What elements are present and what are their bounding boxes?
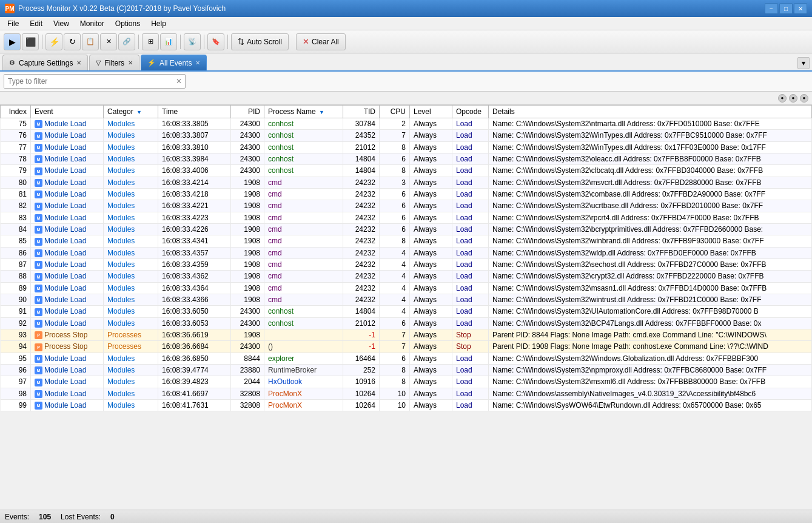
tab-allevents-close[interactable]: ✕ bbox=[195, 59, 200, 66]
tab-filters[interactable]: ▽ Filters ✕ bbox=[89, 55, 139, 70]
table-row[interactable]: 77 MModule Load Modules 16:08:33.3810 24… bbox=[1, 141, 812, 153]
cell-cpu: 6 bbox=[380, 188, 410, 200]
table-row[interactable]: 94 PProcess Stop Processes 16:08:36.6684… bbox=[1, 341, 812, 353]
table-row[interactable]: 81 MModule Load Modules 16:08:33.4218 19… bbox=[1, 188, 812, 200]
close-button[interactable]: ✕ bbox=[794, 3, 807, 14]
cell-process: explorer bbox=[264, 353, 343, 364]
cell-cpu: 6 bbox=[380, 153, 410, 164]
col-header-process[interactable]: Process Name ▼ bbox=[264, 106, 343, 118]
table-row[interactable]: 97 MModule Load Modules 16:08:39.4823 20… bbox=[1, 376, 812, 388]
table-row[interactable]: 82 MModule Load Modules 16:08:33.4221 19… bbox=[1, 200, 812, 212]
stop-button[interactable]: ⬛ bbox=[22, 33, 39, 50]
table-row[interactable]: 98 MModule Load Modules 16:08:41.6697 32… bbox=[1, 388, 812, 399]
table-row[interactable]: 96 MModule Load Modules 16:08:39.4774 23… bbox=[1, 364, 812, 376]
tab-dropdown-button[interactable]: ▾ bbox=[797, 57, 810, 69]
table-row[interactable]: 88 MModule Load Modules 16:08:33.4362 19… bbox=[1, 271, 812, 282]
filter-input[interactable] bbox=[4, 75, 173, 88]
cell-category: Modules bbox=[104, 258, 158, 270]
bolt-button[interactable]: ⚡ bbox=[45, 33, 62, 50]
menu-file[interactable]: File bbox=[2, 18, 24, 29]
tab-capture-close[interactable]: ✕ bbox=[76, 59, 81, 66]
cell-tid: 24352 bbox=[343, 130, 380, 141]
cell-level: Always bbox=[410, 388, 452, 399]
table-row[interactable]: 79 MModule Load Modules 16:08:33.4006 24… bbox=[1, 165, 812, 177]
cell-event: MModule Load bbox=[31, 141, 104, 153]
cell-cpu: 6 bbox=[380, 317, 410, 329]
table-row[interactable]: 80 MModule Load Modules 16:08:33.4214 19… bbox=[1, 177, 812, 188]
tab-allevents[interactable]: ⚡ All Events ✕ bbox=[141, 55, 207, 70]
menu-help[interactable]: Help bbox=[146, 18, 171, 29]
col-header-category[interactable]: Categor ▼ bbox=[104, 106, 158, 118]
cell-cpu: 8 bbox=[380, 235, 410, 247]
menu-edit[interactable]: Edit bbox=[25, 18, 47, 29]
cell-details: Name: C:\Windows\System32\WinTypes.dll A… bbox=[489, 130, 812, 141]
table-row[interactable]: 91 MModule Load Modules 16:08:33.6050 24… bbox=[1, 306, 812, 317]
scroll-dot-1[interactable]: ● bbox=[778, 94, 787, 103]
col-header-tid[interactable]: TID bbox=[343, 106, 380, 118]
start-button[interactable]: ▶ bbox=[4, 33, 21, 50]
filter-clear-button[interactable]: ✕ bbox=[173, 75, 185, 87]
autoscroll-label: Auto Scroll bbox=[247, 38, 282, 46]
table-row[interactable]: 89 MModule Load Modules 16:08:33.4364 19… bbox=[1, 282, 812, 294]
col-header-time[interactable]: Time bbox=[158, 106, 231, 118]
tab-filters-close[interactable]: ✕ bbox=[128, 59, 133, 66]
grid-button[interactable]: ⊞ bbox=[142, 33, 159, 50]
col-header-index[interactable]: Index bbox=[1, 106, 31, 118]
col-header-opcode[interactable]: Opcode bbox=[452, 106, 489, 118]
cell-event: MModule Load bbox=[31, 306, 104, 317]
table-container[interactable]: Index Event Categor ▼ Time PID Process N… bbox=[0, 105, 812, 523]
table-row[interactable]: 95 MModule Load Modules 16:08:36.6850 88… bbox=[1, 353, 812, 364]
cell-process: cmd bbox=[264, 188, 343, 200]
tab-capture[interactable]: ⚙ Capture Settings ✕ bbox=[2, 55, 88, 70]
cell-tid: 24232 bbox=[343, 212, 380, 223]
col-header-details[interactable]: Details bbox=[489, 106, 812, 118]
autoscroll-button[interactable]: ⇅ Auto Scroll bbox=[231, 33, 289, 50]
clearall-button[interactable]: ✕ Clear All bbox=[296, 33, 346, 50]
cell-pid: 1908 bbox=[231, 188, 264, 200]
table-row[interactable]: 86 MModule Load Modules 16:08:33.4357 19… bbox=[1, 247, 812, 258]
cell-level: Always bbox=[410, 353, 452, 364]
table-row[interactable]: 83 MModule Load Modules 16:08:33.4223 19… bbox=[1, 212, 812, 223]
table-row[interactable]: 93 PProcess Stop Processes 16:08:36.6619… bbox=[1, 329, 812, 340]
cell-process: ProcMonX bbox=[264, 399, 343, 411]
table-row[interactable]: 75 MModule Load Modules 16:08:33.3805 24… bbox=[1, 118, 812, 130]
maximize-button[interactable]: □ bbox=[779, 3, 793, 14]
menu-view[interactable]: View bbox=[49, 18, 74, 29]
col-header-event[interactable]: Event bbox=[31, 106, 104, 118]
cell-level: Always bbox=[410, 223, 452, 235]
menu-monitor[interactable]: Monitor bbox=[75, 18, 109, 29]
cell-event: MModule Load bbox=[31, 177, 104, 188]
chart-button[interactable]: 📊 bbox=[160, 33, 177, 50]
scroll-dot-3[interactable]: ● bbox=[800, 94, 808, 103]
cell-tid: -1 bbox=[343, 341, 380, 353]
cell-tid: 24232 bbox=[343, 247, 380, 258]
col-header-pid[interactable]: PID bbox=[231, 106, 264, 118]
menu-options[interactable]: Options bbox=[110, 18, 145, 29]
signal-button[interactable]: 📡 bbox=[184, 33, 201, 50]
table-row[interactable]: 76 MModule Load Modules 16:08:33.3807 24… bbox=[1, 130, 812, 141]
scroll-dot-2[interactable]: ● bbox=[789, 94, 797, 103]
table-row[interactable]: 92 MModule Load Modules 16:08:33.6053 24… bbox=[1, 317, 812, 329]
bookmark-button[interactable]: 🔖 bbox=[207, 33, 224, 50]
table-row[interactable]: 90 MModule Load Modules 16:08:33.4366 19… bbox=[1, 294, 812, 305]
minimize-button[interactable]: − bbox=[765, 3, 778, 14]
cell-details: Name: C:\Windows\System32\UIAutomationCo… bbox=[489, 306, 812, 317]
cell-pid: 1908 bbox=[231, 271, 264, 282]
cell-category: Processes bbox=[104, 341, 158, 353]
cell-cpu: 4 bbox=[380, 271, 410, 282]
table-row[interactable]: 84 MModule Load Modules 16:08:33.4226 19… bbox=[1, 223, 812, 235]
copy-button[interactable]: 📋 bbox=[82, 33, 99, 50]
table-row[interactable]: 87 MModule Load Modules 16:08:33.4359 19… bbox=[1, 258, 812, 270]
cell-tid: 14804 bbox=[343, 306, 380, 317]
refresh-button[interactable]: ↻ bbox=[64, 33, 81, 50]
col-header-cpu[interactable]: CPU bbox=[380, 106, 410, 118]
table-row[interactable]: 99 MModule Load Modules 16:08:41.7631 32… bbox=[1, 399, 812, 411]
clear-button[interactable]: ✕ bbox=[100, 33, 117, 50]
col-header-level[interactable]: Level bbox=[410, 106, 452, 118]
table-row[interactable]: 85 MModule Load Modules 16:08:33.4341 19… bbox=[1, 235, 812, 247]
link-button[interactable]: 🔗 bbox=[118, 33, 135, 50]
table-header-row: Index Event Categor ▼ Time PID Process N… bbox=[1, 106, 812, 118]
events-count: 105 bbox=[39, 513, 51, 521]
cell-process: conhost bbox=[264, 130, 343, 141]
table-row[interactable]: 78 MModule Load Modules 16:08:33.3984 24… bbox=[1, 153, 812, 164]
